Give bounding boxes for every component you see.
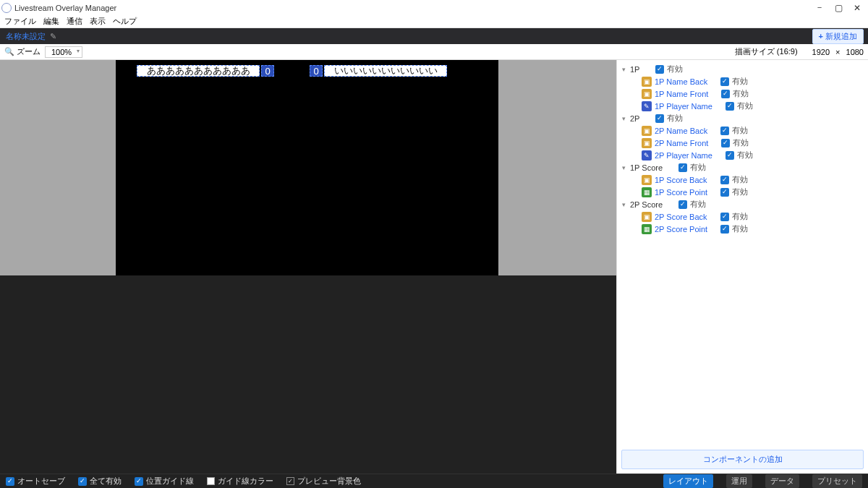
canvas-width: 1920 xyxy=(812,48,830,56)
magnifier-icon: 🔍 xyxy=(4,47,14,56)
guideline-toggle[interactable]: 位置ガイド線 xyxy=(135,476,194,487)
checkbox-icon[interactable] xyxy=(678,163,687,172)
preview-bg-toggle[interactable]: ✓プレビュー背景色 xyxy=(286,476,361,487)
mode-data[interactable]: データ xyxy=(765,474,799,488)
color-swatch-icon xyxy=(207,477,215,485)
number-icon: ▦ xyxy=(642,224,652,234)
minimize-button[interactable]: － xyxy=(810,1,829,14)
pencil-icon[interactable]: ✎ xyxy=(50,32,56,41)
item-label: 1P Score Point xyxy=(655,188,707,197)
item-label: 1P Player Name xyxy=(655,102,712,111)
tree-group[interactable]: ▾ 2P 有効 xyxy=(620,112,865,124)
image-icon: ▣ xyxy=(642,126,652,136)
enabled-label: 有効 xyxy=(732,187,748,197)
menu-view[interactable]: 表示 xyxy=(90,16,106,27)
times-icon: × xyxy=(835,48,840,56)
canvas-height: 1080 xyxy=(846,48,864,56)
tree-group[interactable]: ▾ 1P 有効 xyxy=(620,63,865,75)
close-button[interactable]: ✕ xyxy=(848,3,867,13)
checkbox-icon[interactable] xyxy=(720,77,729,86)
checkbox-icon[interactable] xyxy=(720,188,729,197)
enabled-label: 有効 xyxy=(732,76,748,87)
tree-item[interactable]: ▦ 1P Score Point 有効 xyxy=(620,186,865,198)
checkbox-icon[interactable] xyxy=(721,139,730,147)
group-label: 2P xyxy=(630,114,639,123)
item-label: 2P Player Name xyxy=(655,151,712,160)
all-enabled-toggle[interactable]: 全て有効 xyxy=(78,476,122,487)
canvas-stage[interactable]: あああああああああああ 0 0 いいいいいいいいいいい xyxy=(116,60,498,275)
chevron-down-icon[interactable]: ▾ xyxy=(620,66,627,73)
mode-preset[interactable]: プリセット xyxy=(812,474,862,488)
overlay-2p-score[interactable]: 0 xyxy=(310,65,323,77)
component-panel: ▾ 1P 有効 ▣ 1P Name Back 有効 ▣ 1P Name Fron… xyxy=(616,60,868,474)
guide-color-picker[interactable]: ガイド線カラー xyxy=(207,476,273,487)
menu-comm[interactable]: 通信 xyxy=(67,16,82,27)
checkbox-icon[interactable] xyxy=(726,151,734,160)
chevron-down-icon: ▾ xyxy=(77,48,80,54)
item-label: 2P Score Back xyxy=(655,213,707,221)
maximize-button[interactable]: ▢ xyxy=(829,3,848,13)
tree-item[interactable]: ▣ 1P Name Back 有効 xyxy=(620,75,865,87)
chevron-down-icon[interactable]: ▾ xyxy=(620,201,627,208)
image-icon: ▣ xyxy=(642,175,652,185)
enabled-label: 有効 xyxy=(732,223,748,234)
checkbox-icon[interactable] xyxy=(655,65,664,74)
tree-item[interactable]: ▣ 1P Score Back 有効 xyxy=(620,174,865,186)
enabled-label: 有効 xyxy=(732,211,748,222)
enabled-label: 有効 xyxy=(733,137,749,148)
menu-file[interactable]: ファイル xyxy=(4,16,36,27)
chevron-down-icon[interactable]: ▾ xyxy=(620,115,627,122)
checkbox-icon[interactable] xyxy=(721,90,730,98)
group-label: 1P xyxy=(630,65,639,74)
enabled-label: 有効 xyxy=(667,113,683,124)
text-icon: ✎ xyxy=(642,101,652,111)
group-label: 2P Score xyxy=(630,200,663,209)
checkbox-icon[interactable] xyxy=(726,102,734,111)
overlay-1p-score[interactable]: 0 xyxy=(261,65,274,77)
add-new-button[interactable]: +新規追加 xyxy=(812,29,864,44)
tree-item[interactable]: ✎ 1P Player Name 有効 xyxy=(620,100,865,112)
overlay-2p-name[interactable]: いいいいいいいいいいい xyxy=(324,65,447,77)
tree-group[interactable]: ▾ 2P Score 有効 xyxy=(620,198,865,210)
tree-item[interactable]: ▣ 2P Name Back 有効 xyxy=(620,124,865,137)
config-tab-label: 名称未設定 xyxy=(6,31,46,42)
mode-layout[interactable]: レイアウト xyxy=(663,474,713,488)
checkbox-icon[interactable] xyxy=(720,127,729,135)
checkbox-icon[interactable] xyxy=(655,114,664,123)
add-component-button[interactable]: コンポーネントの追加 xyxy=(621,450,864,469)
checkbox-icon: ✓ xyxy=(286,477,294,485)
config-tab[interactable]: 名称未設定 ✎ xyxy=(0,28,62,44)
overlay-1p-name[interactable]: あああああああああああ xyxy=(137,65,260,77)
tree-item[interactable]: ▣ 1P Name Front 有効 xyxy=(620,87,865,100)
enabled-label: 有効 xyxy=(733,88,749,99)
tree-group[interactable]: ▾ 1P Score 有効 xyxy=(620,161,865,174)
tree-item[interactable]: ✎ 2P Player Name 有効 xyxy=(620,149,865,161)
checkbox-icon[interactable] xyxy=(720,225,729,234)
tree-item[interactable]: ▣ 2P Score Back 有効 xyxy=(620,210,865,223)
image-icon: ▣ xyxy=(642,77,652,87)
component-tree[interactable]: ▾ 1P 有効 ▣ 1P Name Back 有効 ▣ 1P Name Fron… xyxy=(617,60,868,447)
preview-area[interactable]: あああああああああああ 0 0 いいいいいいいいいいい xyxy=(0,60,616,275)
tree-item[interactable]: ▣ 2P Name Front 有効 xyxy=(620,137,865,149)
mode-operate[interactable]: 運用 xyxy=(726,474,752,488)
checkbox-icon[interactable] xyxy=(720,213,729,221)
app-icon xyxy=(1,3,12,13)
item-label: 2P Name Back xyxy=(655,127,707,135)
group-label: 1P Score xyxy=(630,163,663,172)
zoom-select[interactable]: 100% ▾ xyxy=(45,46,82,58)
zoom-label: 🔍 ズーム xyxy=(4,46,41,57)
autosave-toggle[interactable]: オートセーブ xyxy=(6,476,65,487)
checkbox-icon[interactable] xyxy=(720,176,729,184)
menu-edit[interactable]: 編集 xyxy=(43,16,59,27)
chevron-down-icon[interactable]: ▾ xyxy=(620,164,627,171)
enabled-label: 有効 xyxy=(690,199,706,210)
tree-item[interactable]: ▦ 2P Score Point 有効 xyxy=(620,223,865,235)
checkbox-icon xyxy=(78,477,87,486)
enabled-label: 有効 xyxy=(737,150,753,160)
item-label: 2P Name Front xyxy=(655,139,708,147)
checkbox-icon[interactable] xyxy=(678,200,687,209)
enabled-label: 有効 xyxy=(690,162,706,173)
menu-help[interactable]: ヘルプ xyxy=(113,16,137,27)
item-label: 2P Score Point xyxy=(655,225,707,234)
number-icon: ▦ xyxy=(642,187,652,197)
